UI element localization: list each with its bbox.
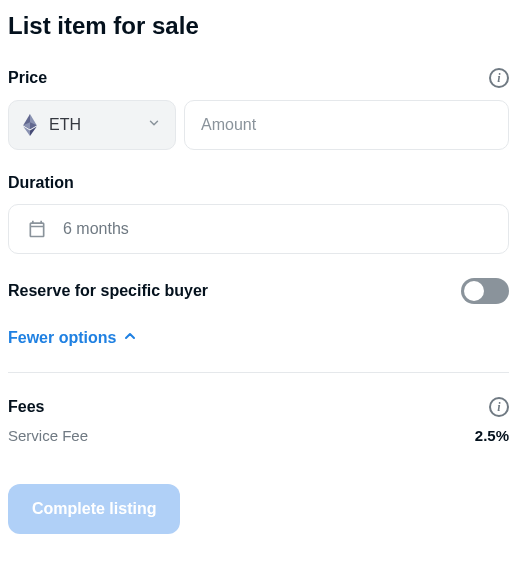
chevron-down-icon <box>147 116 161 134</box>
reserve-row: Reserve for specific buyer <box>8 278 509 304</box>
fee-name: Service Fee <box>8 427 88 444</box>
price-header: Price i <box>8 68 509 88</box>
fee-row: Service Fee 2.5% <box>8 427 509 444</box>
toggle-knob <box>464 281 484 301</box>
fees-label: Fees <box>8 398 44 416</box>
reserve-section: Reserve for specific buyer <box>8 278 509 304</box>
price-label: Price <box>8 69 47 87</box>
duration-value: 6 months <box>63 220 129 238</box>
currency-label: ETH <box>49 116 81 134</box>
amount-input[interactable] <box>184 100 509 150</box>
info-icon[interactable]: i <box>489 68 509 88</box>
ethereum-icon <box>23 114 37 136</box>
duration-header: Duration <box>8 174 509 192</box>
options-toggle[interactable]: Fewer options <box>8 328 509 348</box>
page-title: List item for sale <box>8 12 509 40</box>
reserve-toggle[interactable] <box>461 278 509 304</box>
chevron-up-icon <box>122 328 138 348</box>
info-icon[interactable]: i <box>489 397 509 417</box>
calendar-icon <box>27 219 47 239</box>
duration-label: Duration <box>8 174 74 192</box>
price-section: Price i ETH <box>8 68 509 150</box>
currency-left: ETH <box>23 114 81 136</box>
reserve-label: Reserve for specific buyer <box>8 282 208 300</box>
divider <box>8 372 509 373</box>
duration-section: Duration 6 months <box>8 174 509 254</box>
complete-listing-button[interactable]: Complete listing <box>8 484 180 534</box>
price-row: ETH <box>8 100 509 150</box>
fee-value: 2.5% <box>475 427 509 444</box>
fees-header: Fees i <box>8 397 509 417</box>
options-toggle-label: Fewer options <box>8 329 116 347</box>
duration-select[interactable]: 6 months <box>8 204 509 254</box>
currency-select[interactable]: ETH <box>8 100 176 150</box>
